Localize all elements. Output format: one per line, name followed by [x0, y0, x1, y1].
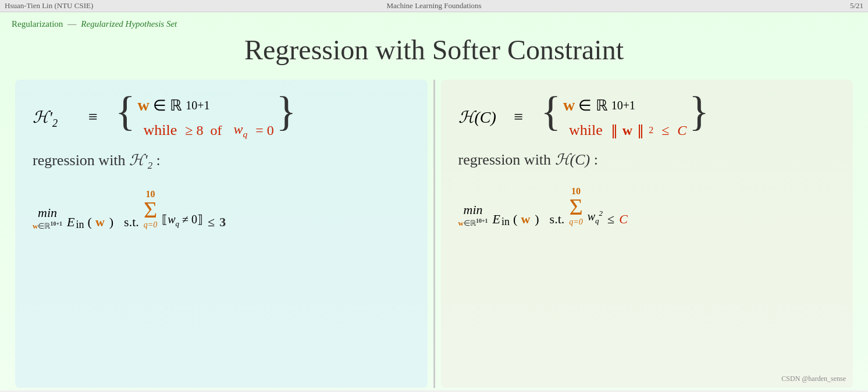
regression-label-left: regression with ℋ'2 :: [33, 151, 410, 172]
breadcrumb-subtopic: Regularized Hypothesis Set: [81, 19, 177, 29]
set-label-left: ℋ'2: [33, 94, 79, 130]
summation-right: 10 Σ q=0: [569, 186, 582, 227]
set-label-right: ℋ(C): [458, 94, 505, 127]
breadcrumb-separator: —: [67, 19, 76, 29]
breadcrumb: Regularization — Regularized Hypothesis …: [12, 19, 856, 29]
brace-close-left: }: [276, 94, 297, 129]
formula-left: min w∈ℝ10+1 E in ( w ) s.t. 10 Σ q=0 ⟦wq…: [33, 189, 410, 231]
content-area: ℋ'2 ≡ { w ∈ ℝ 10+1 while ≥ 8 of: [0, 80, 868, 388]
min-left: min w∈ℝ10+1: [33, 205, 62, 231]
set-display-right: { w ∈ ℝ 10+1 while ‖ w ‖ 2: [541, 94, 709, 139]
brace-open-right: {: [541, 94, 561, 129]
watermark: CSDN @harden_sense: [781, 375, 846, 383]
set-definition-right: ℋ(C) ≡ { w ∈ ℝ 10+1 while ‖ w: [458, 94, 836, 139]
brace-open-left: {: [115, 94, 136, 129]
slide-header: Regularization — Regularized Hypothesis …: [0, 12, 868, 80]
condition-right: while ‖ w ‖ 2 ≤ C: [563, 122, 686, 139]
panel-divider: [433, 80, 435, 388]
header-left: Hsuan-Tien Lin (NTU CSIE): [5, 1, 291, 10]
set-content-right: w ∈ ℝ 10+1 while ‖ w ‖ 2 ≤ C: [563, 94, 686, 139]
summation-left: 10 Σ q=0: [144, 189, 157, 230]
formula-right: min w∈ℝ10+1 E in ( w ) s.t. 10 Σ q=0 wq2…: [458, 186, 836, 228]
panel-right: ℋ(C) ≡ { w ∈ ℝ 10+1 while ‖ w: [441, 80, 853, 388]
set-definition-left: ℋ'2 ≡ { w ∈ ℝ 10+1 while ≥ 8 of: [33, 94, 410, 140]
vector-w-right: w: [563, 96, 575, 115]
set-row1-right: w ∈ ℝ 10+1: [563, 96, 686, 115]
set-content-left: w ∈ ℝ 10+1 while ≥ 8 of wq = 0: [138, 94, 274, 140]
panel-left: ℋ'2 ≡ { w ∈ ℝ 10+1 while ≥ 8 of: [15, 80, 428, 388]
header-right: 5/21: [577, 1, 863, 10]
breadcrumb-topic: Regularization: [12, 19, 63, 29]
header-bar: Hsuan-Tien Lin (NTU CSIE) Machine Learni…: [0, 0, 868, 12]
condition-left: while ≥ 8 of wq = 0: [138, 122, 274, 140]
vector-w-left: w: [138, 96, 150, 115]
slide: Regularization — Regularized Hypothesis …: [0, 12, 868, 390]
set-row1-left: w ∈ ℝ 10+1: [138, 96, 274, 115]
set-display-left: { w ∈ ℝ 10+1 while ≥ 8 of wq = 0: [115, 94, 296, 140]
min-right: min w∈ℝ10+1: [458, 202, 488, 228]
equiv-sign-right: ≡: [514, 94, 532, 126]
regression-label-right: regression with ℋ(C) :: [458, 151, 836, 169]
header-center: Machine Learning Foundations: [291, 1, 577, 10]
slide-title: Regression with Softer Constraint: [12, 34, 856, 66]
brace-close-right: }: [689, 94, 709, 129]
equiv-sign-left: ≡: [88, 94, 106, 126]
